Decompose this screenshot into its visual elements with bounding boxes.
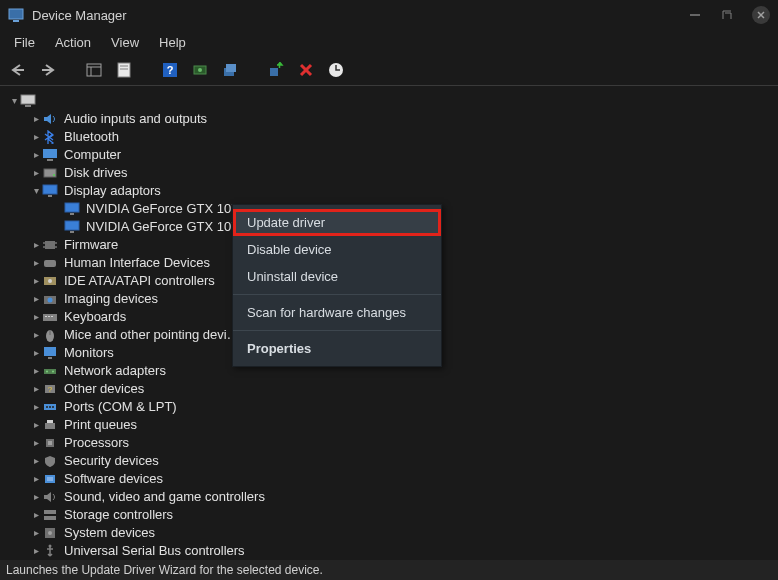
expander-icon[interactable]: ▸ [30,362,42,380]
other-icon: ? [42,382,60,396]
tree-node[interactable]: ▸Security devices [4,452,774,470]
tree-node[interactable]: ▸Storage controllers [4,506,774,524]
svg-point-14 [198,68,202,72]
show-hide-tree-button[interactable] [84,60,104,80]
tree-node[interactable]: ▸Software devices [4,470,774,488]
svg-rect-32 [70,231,74,233]
tree-node-label: Imaging devices [64,290,158,308]
svg-rect-5 [87,64,101,76]
scan-hardware-button[interactable] [190,60,210,80]
tree-node-label: IDE ATA/ATAPI controllers [64,272,215,290]
help-button[interactable]: ? [160,60,180,80]
expander-icon[interactable]: ▸ [30,344,42,362]
sound-icon [42,490,60,504]
expander-icon[interactable]: ▸ [30,506,42,524]
tree-node[interactable]: ▸Sound, video and game controllers [4,488,774,506]
expander-icon[interactable]: ▸ [30,110,42,128]
context-menu-item[interactable]: Update driver [233,209,441,236]
svg-point-69 [48,531,52,535]
context-menu-item[interactable]: Properties [233,335,441,362]
expander-icon[interactable]: ▸ [30,416,42,434]
properties-button[interactable] [114,60,134,80]
svg-rect-24 [47,159,53,161]
expander-icon[interactable]: ▸ [30,128,42,146]
expander-icon[interactable]: ▸ [30,272,42,290]
expander-icon[interactable]: ▸ [30,380,42,398]
device-tree[interactable]: ▾ ▸Audio inputs and outputs▸Bluetooth▸Co… [0,86,778,560]
tree-node[interactable]: ▸Universal Serial Bus controllers [4,542,774,560]
tree-node-label: Software devices [64,470,163,488]
expander-icon[interactable]: ▸ [30,398,42,416]
tree-node-label: Computer [64,146,121,164]
context-menu-item[interactable]: Disable device [233,236,441,263]
menu-action[interactable]: Action [47,33,99,52]
disable-device-button[interactable] [326,60,346,80]
mouse-icon [42,328,60,342]
tree-node[interactable]: ▸Print queues [4,416,774,434]
expander-icon[interactable]: ▸ [30,308,42,326]
expander-icon[interactable]: ▸ [30,254,42,272]
tree-node[interactable]: ▸Processors [4,434,774,452]
expander-icon[interactable]: ▸ [30,488,42,506]
context-menu: Update driverDisable deviceUninstall dev… [232,204,442,367]
tree-node[interactable]: ▸Bluetooth [4,128,774,146]
expander-icon[interactable]: ▾ [30,182,42,200]
forward-button[interactable] [38,60,58,80]
tree-node-label: Disk drives [64,164,128,182]
menu-view[interactable]: View [103,33,147,52]
svg-rect-66 [44,510,56,514]
device-manager-window: Device Manager File Action View Help ? ▾ [0,0,778,580]
tree-node-label: Display adaptors [64,182,161,200]
svg-text:?: ? [48,385,53,394]
display-icon [42,184,60,198]
svg-rect-45 [48,316,50,317]
expander-icon[interactable]: ▸ [30,470,42,488]
display-icon [64,220,82,234]
svg-point-58 [49,406,51,408]
enable-device-button[interactable] [266,60,286,80]
expander-icon[interactable]: ▸ [30,326,42,344]
uninstall-device-button[interactable] [296,60,316,80]
keyboard-icon [42,310,60,324]
expander-icon[interactable]: ▸ [30,290,42,308]
svg-point-57 [46,406,48,408]
menu-help[interactable]: Help [151,33,194,52]
minimize-button[interactable] [688,8,702,22]
svg-rect-60 [45,423,55,429]
tree-node-label: System devices [64,524,155,542]
tree-root[interactable]: ▾ [4,92,774,110]
context-menu-separator [233,330,441,331]
tree-node[interactable]: ▸Disk drives [4,164,774,182]
speaker-icon [42,112,60,126]
tree-node-label: Audio inputs and outputs [64,110,207,128]
expander-icon[interactable]: ▸ [30,542,42,560]
hid-icon [42,256,60,270]
expander-icon[interactable]: ▸ [30,524,42,542]
tree-node[interactable]: ▸Audio inputs and outputs [4,110,774,128]
context-menu-item[interactable]: Uninstall device [233,263,441,290]
tree-node[interactable]: ▸Ports (COM & LPT) [4,398,774,416]
network-icon [42,364,60,378]
expander-icon[interactable]: ▸ [30,164,42,182]
tree-node-label: Human Interface Devices [64,254,210,272]
tree-node[interactable]: ▸System devices [4,524,774,542]
expander-icon[interactable]: ▸ [30,146,42,164]
menu-file[interactable]: File [6,33,43,52]
svg-rect-30 [70,213,74,215]
close-button[interactable] [752,6,770,24]
svg-rect-67 [44,516,56,520]
context-menu-item[interactable]: Scan for hardware changes [233,299,441,326]
expander-icon[interactable]: ▸ [30,434,42,452]
tree-node[interactable]: ▸?Other devices [4,380,774,398]
expander-icon[interactable]: ▸ [30,236,42,254]
tree-node[interactable]: ▾Display adaptors [4,182,774,200]
expander-icon[interactable]: ▸ [30,452,42,470]
svg-rect-1 [13,20,19,22]
expander-icon[interactable]: ▾ [8,92,20,110]
update-driver-button[interactable] [220,60,240,80]
back-button[interactable] [8,60,28,80]
maximize-button[interactable] [720,8,734,22]
tree-node-label: Sound, video and game controllers [64,488,265,506]
svg-text:?: ? [167,64,174,76]
tree-node[interactable]: ▸Computer [4,146,774,164]
